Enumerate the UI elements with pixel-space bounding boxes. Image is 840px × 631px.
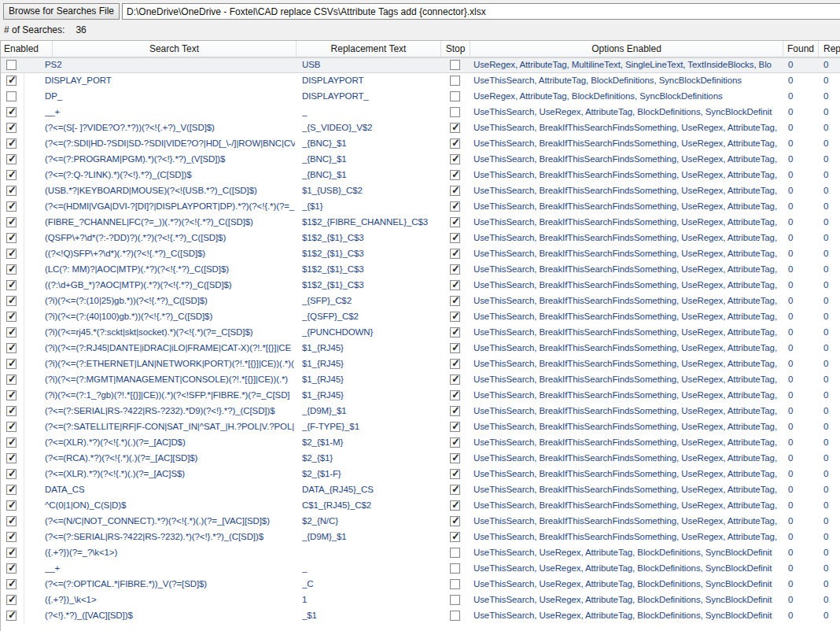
- column-header-replaced[interactable]: Rep: [819, 41, 840, 57]
- column-header-stop[interactable]: Stop: [441, 41, 470, 57]
- column-header-found[interactable]: Found: [783, 41, 819, 57]
- enabled-checkbox[interactable]: ✓: [6, 532, 17, 542]
- stop-checkbox[interactable]: [450, 107, 460, 117]
- table-row[interactable]: ✓(?i)(?<=(?:MGMT|MANAGEMENT|CONSOLE)(?!.…: [1, 372, 840, 388]
- table-row[interactable]: ✓(?i)(?<=(?:1_?gb)(?!.*[{}]|CE))(.*)(?<!…: [1, 388, 840, 404]
- stop-checkbox[interactable]: ✓: [450, 138, 460, 149]
- enabled-checkbox[interactable]: ✓: [6, 186, 17, 196]
- stop-checkbox[interactable]: ✓: [450, 343, 460, 353]
- stop-checkbox[interactable]: ✓: [450, 406, 460, 416]
- stop-checkbox[interactable]: ✓: [450, 532, 460, 542]
- enabled-checkbox[interactable]: ✓: [6, 201, 17, 212]
- enabled-checkbox[interactable]: ✓: [6, 579, 17, 589]
- stop-checkbox[interactable]: ✓: [450, 437, 460, 448]
- stop-checkbox[interactable]: ✓: [450, 217, 460, 227]
- table-row[interactable]: ✓(?<=(?:OPTICAL.*|FIBRE.*))_V(?=[SD]$)_C…: [1, 577, 840, 592]
- enabled-checkbox[interactable]: ✓: [6, 375, 17, 385]
- stop-checkbox[interactable]: [450, 611, 460, 621]
- enabled-checkbox[interactable]: ✓: [6, 233, 17, 243]
- stop-checkbox[interactable]: ✓: [450, 296, 460, 306]
- table-row[interactable]: ✓(?i)(?<=rj45.*(?:sckt|skt|socket).*)(?<…: [1, 325, 840, 341]
- table-row[interactable]: ✓(?<!}.*?)_([VAC][SD])$_$1UseThisSearch,…: [1, 608, 840, 624]
- stop-checkbox[interactable]: ✓: [450, 186, 460, 196]
- stop-checkbox[interactable]: ✓: [450, 327, 460, 338]
- stop-checkbox[interactable]: [450, 76, 460, 86]
- stop-checkbox[interactable]: ✓: [450, 359, 460, 369]
- enabled-checkbox[interactable]: ✓: [6, 390, 17, 400]
- enabled-checkbox[interactable]: ✓: [6, 422, 17, 432]
- enabled-checkbox[interactable]: ✓: [6, 485, 17, 495]
- table-row[interactable]: ✓(?<=(XLR).*?)(?<!{.*)(.)(?=_[AC]D$)$2_{…: [1, 435, 840, 451]
- enabled-checkbox[interactable]: ✓: [6, 611, 17, 621]
- stop-checkbox[interactable]: ✓: [450, 375, 460, 385]
- table-row[interactable]: ✓(?<=(?:PROGRAM|PGM).*)(?<!}.*?)_(V[SD])…: [1, 152, 840, 168]
- stop-checkbox[interactable]: ✓: [450, 422, 460, 432]
- enabled-checkbox[interactable]: ✓: [6, 500, 17, 511]
- column-header-search-text[interactable]: Search Text: [53, 41, 297, 57]
- enabled-checkbox[interactable]: ✓: [6, 469, 17, 479]
- table-row[interactable]: DP_DISPLAYPORT_UseRegex, AttributeTag, B…: [1, 89, 840, 105]
- enabled-checkbox[interactable]: ✓: [6, 595, 17, 605]
- enabled-checkbox[interactable]: ✓: [6, 217, 17, 227]
- enabled-checkbox[interactable]: ✓: [6, 154, 17, 164]
- table-row[interactable]: ✓(?i)(?<=(?:RJ45|DANTE|iDRAC|iLO|FRAME|C…: [1, 341, 840, 356]
- enabled-checkbox[interactable]: ✓: [6, 343, 17, 353]
- enabled-checkbox[interactable]: ✓: [6, 437, 17, 448]
- table-row[interactable]: ✓(?<=(?:SDI|HD-?SDI|SD-?SDI|VIDE?O?|HD[_…: [1, 136, 840, 152]
- table-row[interactable]: ✓(?<=(HDMI|VGA|DVI-?[DI]?|DISPLAYPORT|DP…: [1, 199, 840, 215]
- stop-checkbox[interactable]: [450, 91, 460, 101]
- table-row[interactable]: ✓((?:\d+GB_*)?AOC|MTP)(.*?)(?<!{.*?)_C([…: [1, 278, 840, 293]
- table-row[interactable]: ✓(LC(?: MM)?|AOC|MTP)(.*?)(?<!{.*?)_C([S…: [1, 262, 840, 278]
- table-row[interactable]: ✓((?<!Q)SFP\+?\d*)(.*?)(?<!{.*?)_C([SD]$…: [1, 246, 840, 262]
- table-row[interactable]: ✓(?<=(RCA).*?)(?<!{.*)(.)(?=_[AC][SD]$)$…: [1, 451, 840, 467]
- stop-checkbox[interactable]: ✓: [450, 280, 460, 290]
- stop-checkbox[interactable]: [450, 563, 460, 574]
- enabled-checkbox[interactable]: ✓: [6, 406, 17, 416]
- table-row[interactable]: ✓(?<=(?:SERIAL|RS-?422|RS-?232).*)(?<!}.…: [1, 530, 840, 545]
- table-row[interactable]: ✓(?i)(?<=(?:(40|100)gb.*))(?<!{.*?)_C([S…: [1, 309, 840, 325]
- table-row[interactable]: ✓({.+?})(?=_?\k<1>)UseThisSearch, UseReg…: [1, 545, 840, 561]
- enabled-checkbox[interactable]: [6, 91, 17, 101]
- stop-checkbox[interactable]: [450, 548, 460, 558]
- enabled-checkbox[interactable]: ✓: [6, 548, 17, 558]
- stop-checkbox[interactable]: [450, 595, 460, 605]
- table-row[interactable]: ✓__+_UseThisSearch, UseRegex, AttributeT…: [1, 105, 840, 120]
- stop-checkbox[interactable]: ✓: [450, 249, 460, 259]
- column-header-options-enabled[interactable]: Options Enabled: [470, 41, 783, 57]
- stop-checkbox[interactable]: ✓: [450, 516, 460, 526]
- enabled-checkbox[interactable]: ✓: [6, 516, 17, 526]
- enabled-checkbox[interactable]: ✓: [6, 280, 17, 290]
- stop-checkbox[interactable]: ✓: [450, 233, 460, 243]
- stop-checkbox[interactable]: ✓: [450, 264, 460, 275]
- enabled-checkbox[interactable]: ✓: [6, 296, 17, 306]
- browse-searches-file-button[interactable]: Browse for Searches File: [3, 3, 120, 20]
- table-row[interactable]: ✓(?i)(?<=(?:(10|25)gb.*))(?<!{.*?)_C([SD…: [1, 293, 840, 309]
- table-row[interactable]: ✓(?<=(N/C|NOT_CONNECT).*?)(?<!{.*)(.)(?=…: [1, 514, 840, 530]
- enabled-checkbox[interactable]: ✓: [6, 563, 17, 574]
- table-row[interactable]: ✓(USB.*?|KEYBOARD|MOUSE)(?<!{USB.*?)_C([…: [1, 183, 840, 199]
- enabled-checkbox[interactable]: ✓: [6, 327, 17, 338]
- table-row[interactable]: ✓(?<=(S[- ]?VIDE?O?.*?))(?<!{.+?)_V([SD]…: [1, 120, 840, 136]
- column-header-enabled[interactable]: Enabled: [1, 41, 53, 57]
- enabled-checkbox[interactable]: ✓: [6, 76, 17, 86]
- table-row[interactable]: PS2USBUseRegex, AttributeTag, MultilineT…: [1, 57, 840, 73]
- table-row[interactable]: ✓(FIBRE_?CHANNEL|FC(?=_))(.*?)(?<!{.*?)_…: [1, 215, 840, 231]
- enabled-checkbox[interactable]: [6, 60, 17, 70]
- table-row[interactable]: ✓(?<=(?:SERIAL|RS-?422|RS-?232).*D9)(?<!…: [1, 404, 840, 419]
- stop-checkbox[interactable]: ✓: [450, 485, 460, 495]
- enabled-checkbox[interactable]: ✓: [6, 453, 17, 463]
- stop-checkbox[interactable]: ✓: [450, 500, 460, 511]
- table-row[interactable]: ✓^C(0|1|ON)_C(S|D)$C$1_{RJ45}_C$2✓UseThi…: [1, 498, 840, 514]
- enabled-checkbox[interactable]: ✓: [6, 107, 17, 117]
- stop-checkbox[interactable]: [450, 579, 460, 589]
- stop-checkbox[interactable]: ✓: [450, 390, 460, 400]
- stop-checkbox[interactable]: [450, 60, 460, 70]
- stop-checkbox[interactable]: ✓: [450, 123, 460, 133]
- table-row[interactable]: ✓(?<=(XLR).*?)(?<!{.*)(.)(?=_[AC]S$)$2_{…: [1, 467, 840, 482]
- stop-checkbox[interactable]: ✓: [450, 312, 460, 322]
- table-row[interactable]: ✓({.+?})_\k<1>1UseThisSearch, UseRegex, …: [1, 592, 840, 608]
- stop-checkbox[interactable]: ✓: [450, 469, 460, 479]
- table-row[interactable]: ✓(QSFP\+?\d*(?:-?DD)?)(.*?)(?<!{.*?)_C([…: [1, 231, 840, 246]
- table-row[interactable]: ✓DATA_CSDATA_{RJ45}_CS✓UseThisSearch, Br…: [1, 482, 840, 498]
- enabled-checkbox[interactable]: ✓: [6, 138, 17, 149]
